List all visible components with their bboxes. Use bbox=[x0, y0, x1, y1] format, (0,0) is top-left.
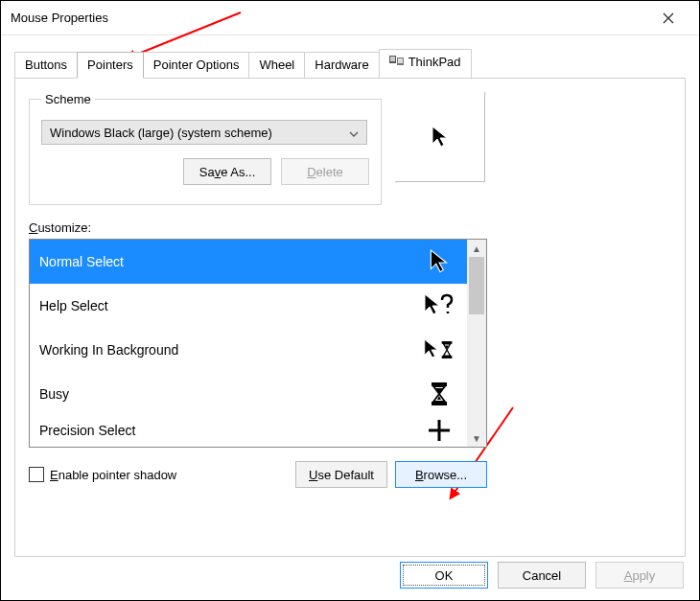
list-item-precision-select[interactable]: Precision Select bbox=[30, 416, 467, 445]
delete-button: Delete bbox=[281, 158, 369, 185]
use-default-button[interactable]: Use Default bbox=[295, 461, 387, 488]
list-item-label: Busy bbox=[39, 386, 69, 402]
list-item-label: Precision Select bbox=[39, 423, 135, 438]
tab-pointer-options[interactable]: Pointer Options bbox=[143, 52, 250, 78]
scheme-legend: Scheme bbox=[41, 92, 95, 106]
cursor-preview bbox=[395, 92, 485, 182]
list-item-label: Normal Select bbox=[39, 254, 124, 269]
list-item-label: Help Select bbox=[39, 298, 108, 313]
customize-listbox: Normal Select Help Select Working In Bac… bbox=[29, 239, 487, 448]
scroll-up-icon: ▲ bbox=[467, 240, 486, 257]
scheme-selected-value: Windows Black (large) (system scheme) bbox=[50, 126, 272, 140]
cursor-busy-background-icon bbox=[423, 336, 455, 363]
cursor-arrow-icon bbox=[431, 125, 450, 150]
ok-button[interactable]: OK bbox=[400, 562, 488, 589]
browse-button[interactable]: Browse... bbox=[395, 461, 487, 488]
list-item-help-select[interactable]: Help Select bbox=[30, 284, 467, 328]
list-item-busy[interactable]: Busy bbox=[30, 372, 467, 416]
cancel-button[interactable]: Cancel bbox=[498, 562, 586, 589]
listbox-scrollbar[interactable]: ▲ ▼ bbox=[467, 240, 486, 447]
cursor-hourglass-icon bbox=[423, 381, 455, 406]
tab-thinkpad[interactable]: ThinkPad bbox=[379, 49, 472, 78]
cursor-arrow-icon bbox=[423, 248, 455, 275]
scroll-thumb[interactable] bbox=[469, 257, 484, 314]
tab-wheel[interactable]: Wheel bbox=[248, 52, 305, 78]
scheme-group: Scheme Windows Black (large) (system sch… bbox=[29, 92, 382, 205]
enable-shadow-label: Enable pointer shadow bbox=[50, 468, 176, 482]
apply-button: Apply bbox=[595, 562, 684, 589]
list-item-label: Working In Background bbox=[39, 342, 178, 358]
scheme-dropdown[interactable]: Windows Black (large) (system scheme) bbox=[41, 120, 367, 145]
close-icon bbox=[663, 12, 674, 24]
window-title: Mouse Properties bbox=[11, 11, 647, 25]
tab-panel-pointers: Scheme Windows Black (large) (system sch… bbox=[14, 78, 686, 557]
scroll-down-icon: ▼ bbox=[467, 429, 486, 447]
save-as-button[interactable]: Save As... bbox=[183, 158, 271, 185]
cursor-crosshair-icon bbox=[423, 419, 455, 442]
list-item-normal-select[interactable]: Normal Select bbox=[30, 240, 467, 284]
svg-rect-3 bbox=[398, 58, 403, 63]
cursor-help-icon bbox=[423, 292, 455, 319]
tab-strip: Buttons Pointers Pointer Options Wheel H… bbox=[1, 35, 699, 78]
tab-hardware[interactable]: Hardware bbox=[304, 52, 379, 78]
close-button[interactable] bbox=[647, 4, 689, 33]
tab-buttons[interactable]: Buttons bbox=[14, 52, 78, 78]
dialog-footer: OK Cancel Apply bbox=[400, 562, 684, 589]
chevron-down-icon bbox=[349, 126, 359, 140]
tab-thinkpad-label: ThinkPad bbox=[408, 55, 461, 69]
customize-label: Customize: bbox=[29, 220, 671, 235]
thinkpad-icon bbox=[389, 56, 405, 72]
title-bar: Mouse Properties bbox=[1, 1, 699, 35]
list-item-working-background[interactable]: Working In Background bbox=[30, 328, 467, 372]
tab-pointers[interactable]: Pointers bbox=[77, 52, 144, 79]
checkbox-icon bbox=[29, 467, 44, 482]
enable-shadow-checkbox[interactable]: Enable pointer shadow bbox=[29, 467, 288, 482]
svg-rect-2 bbox=[390, 57, 395, 61]
